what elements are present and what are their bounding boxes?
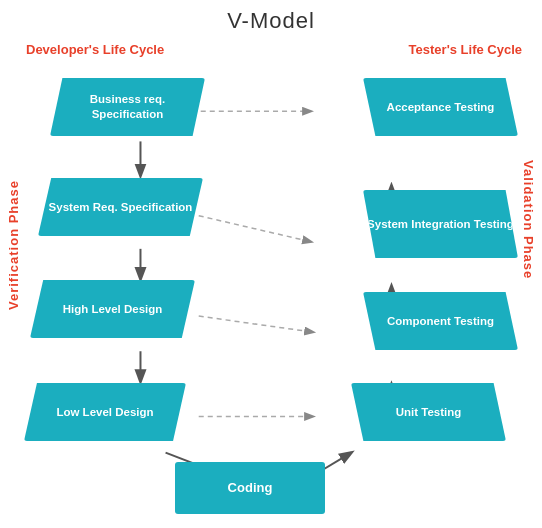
- diagram-area: Acceptance --> System Integration --> Co…: [20, 60, 522, 518]
- system-req-box: System Req. Specification: [38, 178, 203, 236]
- business-req-box: Business req. Specification: [50, 78, 205, 136]
- system-integration-box: System Integration Testing: [363, 190, 518, 258]
- coding-box: Coding: [175, 462, 325, 514]
- svg-line-9: [199, 216, 311, 242]
- validation-phase-label: Validation Phase: [521, 160, 536, 279]
- component-box: Component Testing: [363, 292, 518, 350]
- low-level-box: Low Level Design: [24, 383, 186, 441]
- unit-testing-box: Unit Testing: [351, 383, 506, 441]
- tester-lifecycle-label: Tester's Life Cycle: [409, 42, 522, 57]
- svg-line-10: [199, 316, 313, 332]
- high-level-box: High Level Design: [30, 280, 195, 338]
- developer-lifecycle-label: Developer's Life Cycle: [26, 42, 164, 57]
- acceptance-box: Acceptance Testing: [363, 78, 518, 136]
- page-title: V-Model: [0, 0, 542, 34]
- verification-phase-label: Verification Phase: [6, 180, 21, 310]
